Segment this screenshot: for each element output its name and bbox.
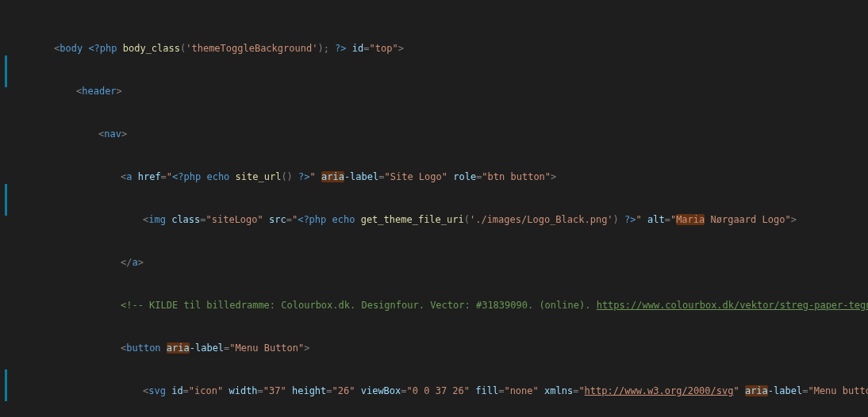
code-line[interactable]: <nav> — [32, 127, 868, 141]
code-line[interactable]: <button aria-label="Menu Button"> — [32, 341, 868, 355]
code-line[interactable]: <header> — [32, 84, 868, 98]
code-area[interactable]: <body <?php body_class('themeToggleBackg… — [29, 0, 868, 417]
code-line[interactable]: <svg id="icon" width="37" height="26" vi… — [32, 384, 868, 398]
code-line[interactable]: <!-- KILDE til billedramme: Colourbox.dk… — [32, 298, 868, 312]
code-line[interactable]: <img class="siteLogo" src="<?php echo ge… — [32, 212, 868, 227]
code-line[interactable]: <body <?php body_class('themeToggleBackg… — [32, 41, 868, 55]
gutter — [0, 0, 29, 417]
code-editor[interactable]: <body <?php body_class('themeToggleBackg… — [0, 0, 868, 417]
code-line[interactable]: </a> — [32, 255, 868, 270]
code-line[interactable]: <a href="<?php echo site_url() ?>" aria-… — [32, 170, 868, 184]
